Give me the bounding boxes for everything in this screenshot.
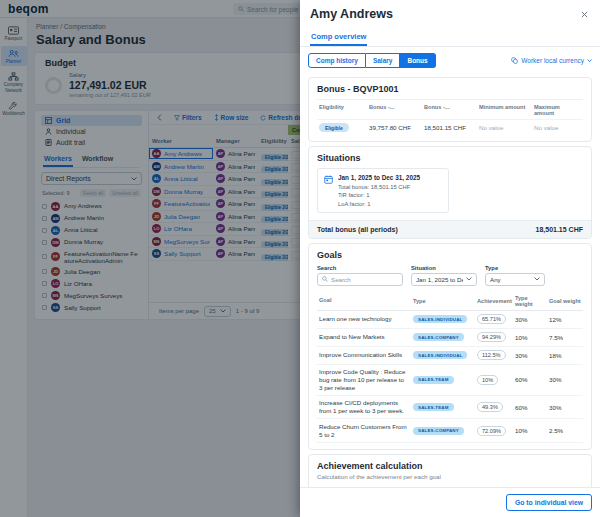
total-bonus-value: 18,501.15 CHF	[536, 226, 583, 233]
goals-card: Goals Search Search Situation Jan 1, 202…	[308, 243, 592, 450]
type-weight-value: 30%	[513, 348, 547, 362]
goals-col-type-weight: Type weight	[513, 292, 547, 310]
goal-weight-value: 7.5%	[547, 330, 583, 344]
situation-period: Jan 1, 2025 to Dec 31, 2025	[338, 174, 420, 181]
goal-weight-value: 30%	[547, 400, 583, 414]
achievement-calculation-card: Achievement calculation Calculation of t…	[308, 454, 592, 487]
goal-name: Learn one new technology	[317, 312, 411, 327]
panel-body: Bonus - BQVP1001 Eligibility Bonus -... …	[300, 70, 600, 487]
type-select[interactable]: Any	[485, 273, 545, 286]
goals-search-input[interactable]: Search	[317, 273, 403, 286]
search-label: Search	[317, 265, 403, 271]
bonus-card: Bonus - BQVP1001 Eligibility Bonus -... …	[308, 77, 592, 142]
goals-title: Goals	[317, 250, 583, 260]
bonus-col-bonus2: Bonus -...	[422, 100, 477, 119]
formula-label: Expression formula	[317, 486, 583, 487]
goals-col-goal: Goal	[317, 294, 411, 307]
goal-weight-value: 18%	[547, 348, 583, 362]
goals-search-placeholder: Search	[331, 276, 351, 283]
currency-selector[interactable]: Worker local currency	[511, 57, 592, 64]
total-bonus-label: Total bonus (all periods)	[317, 226, 398, 233]
go-to-individual-view-button[interactable]: Go to individual view	[506, 494, 592, 511]
achievement-badge: 65.71%	[477, 314, 506, 324]
chevron-down-icon	[534, 277, 540, 281]
bonus-row: Eligible 39,757.80 CHF 18,501.15 CHF No …	[317, 119, 583, 135]
goal-type-badge: SALES-INDIVIDUAL	[413, 351, 467, 359]
situation-loa-factor: LoA factor: 1	[338, 201, 420, 207]
type-weight-value: 60%	[513, 400, 547, 414]
maximum-amount-value: No value	[532, 120, 583, 135]
goal-row[interactable]: Learn one new technology SALES-INDIVIDUA…	[317, 311, 583, 329]
minimum-amount-value: No value	[477, 120, 532, 135]
achievement-badge: 49.3%	[477, 402, 503, 412]
bonus-col-minimum: Minimum amount	[477, 100, 532, 119]
comp-history-button[interactable]: Comp history	[308, 53, 366, 68]
situations-title: Situations	[317, 153, 583, 163]
worker-detail-panel: Amy Andrews Comp overview Comp history S…	[300, 0, 600, 517]
situation-total-bonus: Total bonus: 18,501.15 CHF	[338, 184, 420, 190]
goals-col-goal-weight: Goal weight	[547, 295, 583, 307]
goals-filters: Search Search Situation Jan 1, 2025 to D…	[317, 265, 583, 286]
bonus-col-eligibility: Eligibility	[317, 100, 367, 119]
currency-icon	[511, 57, 518, 64]
goal-row[interactable]: Increase CI/CD deployments from 1 per we…	[317, 396, 583, 420]
situation-item[interactable]: Jan 1, 2025 to Dec 31, 2025 Total bonus:…	[317, 168, 449, 213]
search-icon	[322, 276, 328, 282]
goal-type-badge: SALES-TEAM	[413, 403, 454, 411]
situation-select[interactable]: Jan 1, 2025 to Dec...	[411, 273, 477, 286]
goal-row[interactable]: Improve Code Quality : Reduce bug rate f…	[317, 365, 583, 396]
goal-name: Reduce Churn Customers From 5 to 2	[317, 419, 411, 442]
goal-name: Improve Communication Skills	[317, 348, 411, 363]
type-weight-value: 10%	[513, 424, 547, 438]
calendar-icon	[324, 175, 333, 184]
type-weight-value: 10%	[513, 330, 547, 344]
panel-controls: Comp history Salary Bonus Worker local c…	[300, 47, 600, 70]
close-button[interactable]	[579, 9, 590, 20]
goal-name: Expand to New Markets	[317, 330, 411, 345]
bonus-button[interactable]: Bonus	[400, 53, 435, 68]
type-label: Type	[485, 265, 545, 271]
panel-tabs: Comp overview	[300, 21, 600, 47]
achievement-badge: 72.09%	[477, 426, 506, 436]
goal-type-badge: SALES-COMPANY	[413, 333, 464, 341]
salary-button[interactable]: Salary	[366, 53, 401, 68]
total-bonus-row: Total bonus (all periods) 18,501.15 CHF	[309, 220, 591, 238]
situations-card: Situations Jan 1, 2025 to Dec 31, 2025 T…	[308, 146, 592, 239]
goal-weight-value: 30%	[547, 373, 583, 387]
achievement-badge: 94.29%	[477, 332, 506, 342]
situation-label: Situation	[411, 265, 477, 271]
goal-type-badge: SALES-INDIVIDUAL	[413, 315, 467, 323]
situation-select-value: Jan 1, 2025 to Dec...	[416, 276, 463, 283]
bonus-col-maximum: Maximum amount	[532, 100, 583, 119]
panel-footer: Go to individual view	[300, 487, 600, 517]
goal-weight-value: 2.5%	[547, 424, 583, 438]
achievement-calc-subtitle: Calculation of the achievement per each …	[317, 473, 583, 480]
goal-type-badge: SALES-TEAM	[413, 376, 454, 384]
tab-comp-overview[interactable]: Comp overview	[310, 30, 367, 46]
goal-row[interactable]: Improve Communication Skills SALES-INDIV…	[317, 347, 583, 365]
achievement-calc-title: Achievement calculation	[317, 461, 583, 471]
goal-name: Improve Code Quality : Reduce bug rate f…	[317, 365, 411, 395]
bonus-value-2: 18,501.15 CHF	[422, 120, 477, 135]
type-select-value: Any	[490, 276, 501, 283]
bonus-value-1: 39,757.80 CHF	[367, 120, 422, 135]
goal-type-badge: SALES-COMPANY	[413, 427, 464, 435]
panel-title: Amy Andrews	[310, 7, 393, 21]
chevron-down-icon	[466, 277, 472, 281]
currency-value: Worker local currency	[521, 57, 584, 64]
goal-row[interactable]: Expand to New Markets SALES-COMPANY 94.2…	[317, 329, 583, 347]
close-icon	[581, 11, 588, 18]
bonus-table: Eligibility Bonus -... Bonus -... Minimu…	[317, 99, 583, 135]
goals-table: Goal Type Achievement Type weight Goal w…	[317, 292, 583, 443]
achievement-badge: 112.5%	[477, 350, 506, 360]
goal-weight-value: 12%	[547, 312, 583, 326]
goals-col-type: Type	[411, 295, 475, 307]
type-weight-value: 30%	[513, 312, 547, 326]
achievement-badge: 10%	[477, 375, 498, 385]
bonus-col-bonus1: Bonus -...	[367, 100, 422, 119]
goal-row[interactable]: Reduce Churn Customers From 5 to 2 SALES…	[317, 419, 583, 443]
bonus-card-title: Bonus - BQVP1001	[317, 84, 583, 94]
goal-name: Increase CI/CD deployments from 1 per we…	[317, 396, 411, 419]
situation-tir-factor: TiR factor: 1	[338, 192, 420, 198]
view-switcher: Comp history Salary Bonus	[308, 53, 436, 68]
